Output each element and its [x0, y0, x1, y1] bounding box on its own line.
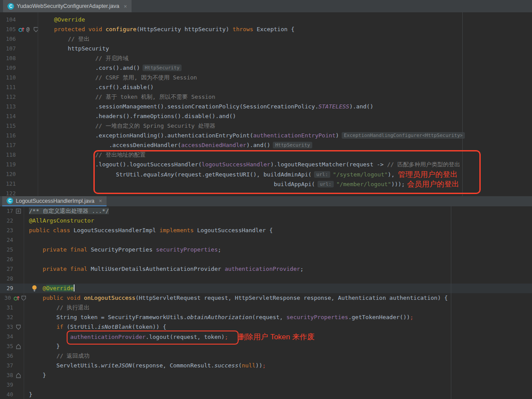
code-line[interactable]: 120 StrUtil.equalsAny(request.getRequest…: [0, 169, 532, 179]
editor-gutter[interactable]: 31: [0, 303, 26, 313]
code-text[interactable]: [39, 189, 532, 196]
code-text[interactable]: .cors().and()HttpSecurity: [39, 63, 532, 73]
line-number[interactable]: 22: [0, 216, 13, 226]
line-number[interactable]: 119: [0, 160, 16, 169]
override-method-icon[interactable]: [18, 26, 25, 32]
code-text[interactable]: [26, 235, 532, 245]
line-number[interactable]: 106: [0, 34, 16, 44]
line-number[interactable]: 29: [0, 284, 13, 293]
editor-gutter[interactable]: 22: [0, 216, 26, 226]
editor-gutter[interactable]: 118: [0, 150, 39, 160]
line-number[interactable]: 36: [0, 351, 13, 361]
code-line[interactable]: 36 // 返回成功: [0, 351, 532, 361]
editor-gutter[interactable]: 109: [0, 63, 39, 73]
editor-gutter[interactable]: 106: [0, 34, 39, 44]
code-text[interactable]: .sessionManagement().sessionCreationPoli…: [39, 102, 532, 111]
editor-gutter[interactable]: 24: [0, 235, 26, 245]
editor-gutter[interactable]: 25: [0, 245, 26, 255]
close-icon[interactable]: ×: [99, 198, 102, 204]
code-line[interactable]: 105@ protected void configure(HttpSecuri…: [0, 25, 532, 34]
code-line[interactable]: 27 private final MultiUserDetailsAuthent…: [0, 264, 532, 274]
code-text[interactable]: /** 自定义退出处理器 ...*/: [26, 206, 532, 216]
code-line[interactable]: 28: [0, 274, 532, 284]
line-number[interactable]: 31: [0, 303, 13, 313]
code-line[interactable]: 23public class LogoutSuccessHandlerImpl …: [0, 226, 532, 235]
editor-gutter[interactable]: 120: [0, 169, 39, 179]
line-number[interactable]: 116: [0, 131, 16, 140]
code-line[interactable]: 35 }: [0, 341, 532, 351]
editor-gutter[interactable]: 119: [0, 160, 39, 169]
code-line[interactable]: 31 // 执行退出: [0, 303, 532, 313]
code-line[interactable]: 25 private final SecurityProperties secu…: [0, 245, 532, 255]
code-text[interactable]: httpSecurity: [39, 44, 532, 54]
code-line[interactable]: 119 .logout().logoutSuccessHandler(logou…: [0, 160, 532, 169]
line-number[interactable]: 120: [0, 169, 16, 179]
line-number[interactable]: 25: [0, 245, 13, 255]
code-line[interactable]: 34 authenticationProvider.logout(request…: [0, 332, 532, 341]
line-number[interactable]: 34: [0, 332, 13, 341]
editor-gutter[interactable]: 29: [0, 284, 26, 293]
code-text[interactable]: if (StrUtil.isNotBlank(token)) {: [26, 322, 532, 332]
code-line[interactable]: 106 // 登出: [0, 34, 532, 44]
line-number[interactable]: 122: [0, 189, 16, 196]
line-number[interactable]: 117: [0, 140, 16, 150]
code-text[interactable]: // 基于 token 机制, 所以不需要 Session: [39, 92, 532, 102]
line-number[interactable]: 109: [0, 63, 16, 73]
editor-gutter[interactable]: 117: [0, 140, 39, 150]
editor-gutter[interactable]: 115: [0, 121, 39, 131]
line-number[interactable]: 115: [0, 121, 16, 131]
code-line[interactable]: 32 String token = SecurityFrameworkUtils…: [0, 313, 532, 322]
line-number[interactable]: 113: [0, 102, 16, 111]
code-text[interactable]: .accessDeniedHandler(accessDeniedHandler…: [39, 140, 532, 150]
code-line[interactable]: 29 @Override: [0, 284, 532, 293]
code-line[interactable]: 115 // 一堆自定义的 Spring Security 处理器: [0, 121, 532, 131]
line-number[interactable]: 23: [0, 226, 13, 235]
code-line[interactable]: 117 .accessDeniedHandler(accessDeniedHan…: [0, 140, 532, 150]
code-text[interactable]: [26, 274, 532, 284]
editor-gutter[interactable]: 40: [0, 390, 26, 399]
code-line[interactable]: 122: [0, 189, 532, 196]
fold-region-icon[interactable]: [16, 324, 21, 330]
annotation-at-icon[interactable]: @: [26, 26, 32, 32]
line-number[interactable]: 33: [0, 322, 13, 332]
editor-gutter[interactable]: 27: [0, 264, 26, 274]
line-number[interactable]: 28: [0, 274, 13, 284]
code-line[interactable]: 40}: [0, 390, 532, 399]
code-text[interactable]: public void onLogoutSuccess(HttpServletR…: [26, 293, 532, 303]
code-text[interactable]: // 登出地址的配置: [39, 150, 532, 160]
line-number[interactable]: 108: [0, 54, 16, 63]
code-text[interactable]: protected void configure(HttpSecurity ht…: [39, 25, 532, 34]
editor-gutter[interactable]: 32: [0, 313, 26, 322]
code-text[interactable]: // 一堆自定义的 Spring Security 处理器: [39, 121, 532, 131]
line-number[interactable]: 118: [0, 150, 16, 160]
line-number[interactable]: 114: [0, 111, 16, 121]
code-text[interactable]: }: [26, 370, 532, 380]
code-line[interactable]: 112 // 基于 token 机制, 所以不需要 Session: [0, 92, 532, 102]
editor-gutter[interactable]: 17: [0, 206, 26, 216]
code-line[interactable]: 111 .csrf().disable(): [0, 83, 532, 92]
line-number[interactable]: 35: [0, 341, 13, 351]
editor-gutter[interactable]: 112: [0, 92, 39, 102]
editor-gutter[interactable]: 37: [0, 361, 26, 370]
editor-gutter[interactable]: 122: [0, 189, 39, 196]
code-text[interactable]: [26, 255, 532, 264]
editor-gutter[interactable]: 107: [0, 44, 39, 54]
code-line[interactable]: 37 ServletUtils.writeJSON(response, Comm…: [0, 361, 532, 370]
expand-fold-icon[interactable]: [16, 208, 21, 214]
code-text[interactable]: authenticationProvider.logout(request, t…: [26, 332, 532, 341]
code-line[interactable]: 108 // 开启跨域: [0, 54, 532, 63]
editor-gutter[interactable]: 110: [0, 73, 39, 83]
top-editor[interactable]: 104 @Override105@ protected void configu…: [0, 12, 532, 196]
close-icon[interactable]: ×: [124, 3, 127, 10]
editor-gutter[interactable]: 34: [0, 332, 26, 341]
code-text[interactable]: public class LogoutSuccessHandlerImpl im…: [26, 226, 532, 235]
line-number[interactable]: 37: [0, 361, 13, 370]
code-line[interactable]: 113 .sessionManagement().sessionCreation…: [0, 102, 532, 111]
line-number[interactable]: 104: [0, 15, 16, 25]
code-line[interactable]: 107 httpSecurity: [0, 44, 532, 54]
code-text[interactable]: [26, 380, 532, 390]
code-text[interactable]: // 开启跨域: [39, 54, 532, 63]
code-line[interactable]: 114 .headers().frameOptions().disable().…: [0, 111, 532, 121]
code-line[interactable]: 26: [0, 255, 532, 264]
code-line[interactable]: 33 if (StrUtil.isNotBlank(token)) {: [0, 322, 532, 332]
